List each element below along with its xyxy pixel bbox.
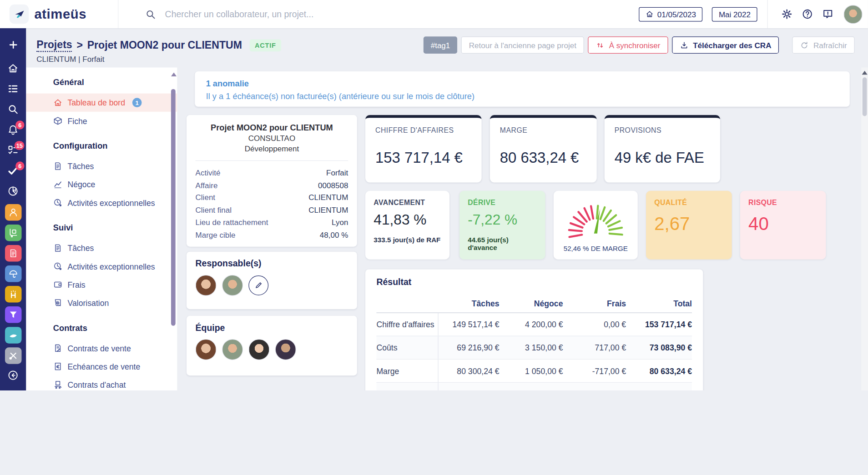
sidebar-item-suivi-frais[interactable]: Frais: [26, 275, 177, 294]
pie-chart-icon: [7, 185, 19, 197]
hotel-icon: [8, 289, 18, 299]
kpi-chiffre-daffaires: CHIFFRE D'AFFAIRES 153 717,14 €: [365, 115, 482, 182]
column-header-negoce: Négoce: [500, 299, 563, 308]
nav-section-contrats: Contrats: [26, 316, 177, 339]
absences-module-button[interactable]: [5, 265, 21, 282]
feedback-button[interactable]: [822, 8, 834, 20]
sync-button[interactable]: À synchroniser: [588, 36, 668, 54]
logistics-module-button[interactable]: [5, 224, 21, 241]
legacy-page-label: Retour à l'ancienne page projet: [469, 40, 576, 49]
reports-button[interactable]: [7, 185, 19, 198]
team-member-avatar[interactable]: [275, 339, 296, 360]
tools-icon: [8, 350, 18, 360]
tasks-badge: 15: [15, 141, 25, 150]
sidebar-item-suivi-activites-exceptionnelles[interactable]: Activités exceptionnelles: [26, 257, 177, 275]
search-input[interactable]: [164, 9, 404, 20]
back-button[interactable]: [7, 369, 19, 382]
create-button[interactable]: [2, 34, 23, 55]
sidebar-item-contrats-de-vente[interactable]: Contrats de vente: [26, 339, 177, 357]
sidebar-item-config-taches[interactable]: Tâches: [26, 157, 177, 175]
nav-scroll-thumb[interactable]: [171, 89, 176, 326]
column-header-total: Total: [626, 299, 692, 308]
gear-icon: [781, 8, 793, 20]
favorites-button[interactable]: [7, 390, 19, 390]
sidebar-item-contrats-dachat[interactable]: Contrats d'achat: [26, 375, 177, 390]
responsable-avatar[interactable]: [222, 275, 243, 296]
hotel-module-button[interactable]: [5, 285, 21, 302]
month-selector-button[interactable]: Mai 2022: [712, 7, 757, 21]
tools-module-button[interactable]: [5, 347, 21, 364]
kpi-value: 49 k€ de FAE: [615, 150, 711, 167]
closing-date-button[interactable]: 01/05/2023: [639, 7, 703, 21]
table-row: Marge (%) 53,71 % 25,00 % -100,00 % 52,4…: [376, 382, 692, 390]
scroll-up-arrow[interactable]: [862, 71, 868, 75]
arrow-left-circle-icon: [7, 369, 19, 381]
rail-home-button[interactable]: [7, 62, 19, 75]
kpi-value: 41,83 %: [373, 211, 441, 229]
sidebar-item-fiche[interactable]: Fiche: [26, 112, 177, 130]
nav-item-label: Frais: [67, 280, 85, 289]
kpi-derive: DÉRIVE -7,22 % 44.65 jour(s) d'avance: [459, 191, 545, 260]
wallet-icon: [53, 280, 63, 290]
sidebar-item-config-activites-exceptionnelles[interactable]: Activités exceptionnelles: [26, 194, 177, 212]
sidebar-item-config-negoce[interactable]: Négoce: [26, 175, 177, 194]
user-avatar[interactable]: [843, 5, 862, 23]
settings-button[interactable]: [781, 8, 793, 20]
nav-item-label: Activités exceptionnelles: [67, 262, 155, 270]
responsable-avatar[interactable]: [196, 275, 217, 296]
sidebar-item-echeances-de-vente[interactable]: Echéances de vente: [26, 357, 177, 375]
field-client: ClientCLIENTUM: [196, 191, 348, 204]
person-icon: [8, 207, 18, 217]
edit-responsables-button[interactable]: [248, 275, 268, 295]
anomaly-message-link[interactable]: Il y a 1 échéance(s) non facturée(s) (an…: [195, 88, 849, 100]
rail-search-button[interactable]: [7, 103, 19, 116]
sync-icon: [596, 40, 605, 49]
table-row: Marge 80 300,24 € 1 050,00 € -717,00 € 8…: [376, 359, 692, 382]
document-euro-icon: [53, 362, 63, 371]
rail-list-button[interactable]: [7, 83, 19, 96]
documents-module-button[interactable]: [5, 245, 21, 261]
hand-truck-icon: [8, 228, 18, 238]
kpi-label: AVANCEMENT: [373, 199, 441, 207]
project-side-nav: Général Tableau de bord 1 Fiche Configur…: [26, 67, 177, 390]
month-label: Mai 2022: [719, 10, 751, 18]
star-icon: [7, 390, 19, 390]
breadcrumb-projects-link[interactable]: Projets: [36, 39, 72, 52]
scroll-up-arrow[interactable]: [171, 72, 177, 76]
anomaly-count-badge: 1: [132, 98, 142, 107]
feedback-icon: [822, 8, 834, 20]
equipe-card: Équipe: [187, 316, 357, 375]
refresh-label: Rafraîchir: [813, 40, 847, 49]
breadcrumb-separator: >: [76, 39, 83, 51]
team-member-avatar[interactable]: [196, 339, 217, 360]
project-info-card: Projet MOON2 pour CLIENTUM CONSULTAO Dév…: [187, 115, 357, 247]
page-scrollbar[interactable]: [861, 67, 868, 390]
responsables-card: Responsable(s): [187, 252, 357, 310]
nav-scrollbar[interactable]: [170, 69, 177, 390]
tag-chip[interactable]: #tag1: [424, 36, 457, 54]
nav-item-label: Echéances de vente: [67, 362, 140, 370]
filter-module-button[interactable]: [5, 306, 21, 323]
legacy-page-button[interactable]: Retour à l'ancienne page projet: [461, 36, 584, 54]
page-scroll-thumb[interactable]: [863, 77, 867, 116]
team-member-avatar[interactable]: [248, 339, 269, 360]
hand-icon: [8, 330, 18, 340]
collaborators-module-button[interactable]: [5, 204, 21, 220]
brand: atimeüs: [0, 0, 118, 28]
clock-alert-icon: [53, 198, 63, 208]
sidebar-item-suivi-taches[interactable]: Tâches: [26, 239, 177, 257]
page-subtitle: CLIENTUM | Forfait: [36, 55, 104, 63]
table-row: Chiffre d'affaires 149 517,14 € 4 200,00…: [376, 313, 692, 336]
sidebar-item-suivi-valorisation[interactable]: Valorisation: [26, 294, 177, 312]
kpi-provisions: PROVISIONS 49 k€ de FAE: [605, 115, 720, 182]
calendar-home-icon: [646, 10, 654, 18]
download-cra-button[interactable]: Télécharger des CRA: [672, 36, 779, 54]
kpi-qualite: QUALITÉ 2,67: [646, 191, 732, 260]
team-member-avatar[interactable]: [222, 339, 243, 360]
services-module-button[interactable]: [5, 327, 21, 344]
help-button[interactable]: [802, 8, 813, 20]
sidebar-item-tableau-de-bord[interactable]: Tableau de bord 1: [26, 94, 177, 112]
gauge-chart: [561, 195, 631, 244]
refresh-button[interactable]: Rafraîchir: [792, 36, 855, 54]
document-truck-icon: [53, 380, 63, 390]
